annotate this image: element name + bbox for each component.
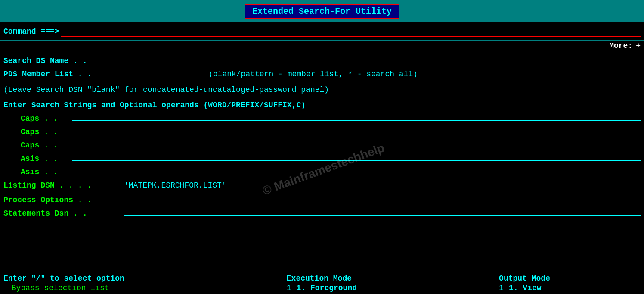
caps-row-1: Caps . . <box>3 110 641 123</box>
process-options-row: Process Options . . <box>3 192 641 204</box>
bypass-row: _ Bypass selection list 1 1. Foreground … <box>3 284 641 292</box>
search-ds-label: Search DS Name . . <box>3 56 124 65</box>
process-options-input[interactable] <box>124 192 641 202</box>
exec-option: 1. Foreground <box>297 284 357 292</box>
caps-row-3: Caps . . <box>3 137 641 150</box>
app-title: Extended Search-For Utility <box>252 6 392 16</box>
bottom-section: Enter "/" to select option Execution Mod… <box>0 272 644 294</box>
command-label: Command ===> <box>3 27 59 36</box>
listing-dsn-input[interactable]: 'MATEPK.ESRCHFOR.LIST' <box>124 181 641 191</box>
listing-dsn-row: Listing DSN . . . . 'MATEPK.ESRCHFOR.LIS… <box>3 181 641 191</box>
execution-mode-label: Execution Mode <box>287 274 499 283</box>
pds-member-label: PDS Member List . . <box>3 70 124 78</box>
search-ds-row: Search DS Name . . <box>3 53 641 65</box>
info-line: (Leave Search DSN "blank" for concatenat… <box>3 83 641 95</box>
top-bar: Extended Search-For Utility <box>0 0 644 22</box>
caps-label-3: Caps . . <box>21 141 72 150</box>
bypass-underscore: _ <box>3 284 8 292</box>
caps-input-3[interactable] <box>72 137 641 147</box>
asis-row-2: Asis . . <box>3 164 641 176</box>
search-ds-input[interactable] <box>124 53 641 63</box>
output-value: 1 <box>499 284 504 292</box>
asis-input-1[interactable] <box>72 150 641 161</box>
caps-input-2[interactable] <box>72 124 641 134</box>
bottom-options-row: Enter "/" to select option Execution Mod… <box>3 274 641 283</box>
more-label: More: <box>609 41 632 50</box>
pds-hint: (blank/pattern - member list, * - search… <box>208 70 418 78</box>
screen: Extended Search-For Utility Command ===>… <box>0 0 644 294</box>
more-line: More: + <box>0 41 644 51</box>
output-option: 1. View <box>509 284 542 292</box>
pds-member-row: PDS Member List . . (blank/pattern - mem… <box>3 66 641 78</box>
statements-dsn-row: Statements Dsn . . <box>3 205 641 218</box>
asis-label-2: Asis . . <box>21 168 72 176</box>
pds-member-input[interactable] <box>124 66 201 76</box>
bypass-label: Bypass selection list <box>12 284 109 292</box>
listing-dsn-value: 'MATEPK.ESRCHFOR.LIST' <box>124 181 226 191</box>
title-box: Extended Search-For Utility <box>245 4 399 19</box>
caps-label-2: Caps . . <box>21 128 72 136</box>
caps-label-1: Caps . . <box>21 114 72 123</box>
listing-dsn-label: Listing DSN . . . . <box>3 181 124 190</box>
statements-dsn-input[interactable] <box>124 205 641 216</box>
exec-value: 1 <box>287 284 291 292</box>
asis-row-1: Asis . . <box>3 150 641 163</box>
asis-input-2[interactable] <box>72 164 641 174</box>
search-strings-header: Enter Search Strings and Optional operan… <box>3 98 641 110</box>
asis-label-1: Asis . . <box>21 154 72 163</box>
enter-option-label: Enter "/" to select option <box>3 274 287 283</box>
caps-row-2: Caps . . <box>3 124 641 136</box>
main-content: Search DS Name . . PDS Member List . . (… <box>0 51 644 220</box>
process-options-label: Process Options . . <box>3 196 124 204</box>
command-line: Command ===> <box>0 22 644 41</box>
output-mode-label: Output Mode <box>499 274 641 283</box>
statements-dsn-label: Statements Dsn . . <box>3 209 124 218</box>
caps-input-1[interactable] <box>72 110 641 121</box>
command-input[interactable] <box>61 26 641 37</box>
more-plus: + <box>636 41 641 50</box>
